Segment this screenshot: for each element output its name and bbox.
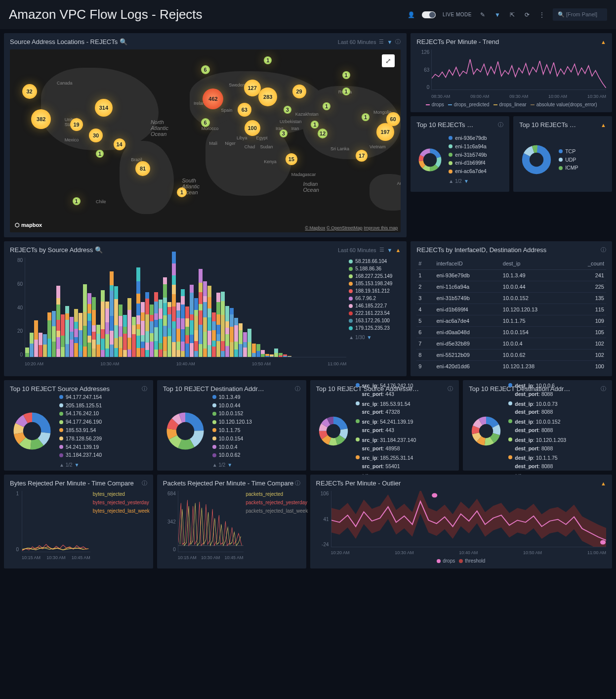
trend-panel: REJECTs Per Minute - Trend ▲ 126630 08:3… (411, 33, 612, 112)
map-bubble[interactable]: 32 (22, 84, 37, 99)
table-row[interactable]: 1eni-936e79db10.1.3.49241 (416, 270, 606, 281)
top-src-addr-panel: Top 10 REJECT Source Addressesⓘ 94.177.2… (4, 380, 153, 471)
map-bubble[interactable]: 1 (323, 102, 330, 110)
live-toggle[interactable] (422, 11, 436, 18)
table-row[interactable]: 8eni-55212b0910.0.0.62102 (416, 350, 606, 361)
outlier-panel: REJECTs Per Minute - Outlier▲ 10641-24 1… (310, 475, 613, 568)
user-icon[interactable]: 👤 (407, 11, 415, 19)
map-bubble[interactable]: 1 (342, 87, 350, 95)
filter-icon[interactable]: ▼ (387, 247, 393, 253)
map-bubble[interactable]: 1 (362, 113, 370, 121)
info-icon[interactable]: ⓘ (601, 246, 606, 254)
table-row[interactable]: 3eni-31b5749b10.0.0.152135 (416, 293, 606, 304)
info-icon[interactable]: ⓘ (498, 121, 503, 129)
by-iface-panel: REJECTs by InterfaceID, Destination Addr… (411, 241, 612, 376)
src-addr-donut[interactable] (10, 409, 54, 453)
map-bubble[interactable]: 127 (244, 80, 261, 96)
map-bubble[interactable]: 1 (342, 71, 350, 79)
list-icon[interactable]: ☰ (379, 247, 384, 253)
list-icon[interactable]: ☰ (379, 39, 384, 45)
pkts-cmp-panel: Packets Rejected Per Minute - Time Compa… (157, 475, 306, 568)
map-bubble[interactable]: 382 (31, 109, 51, 129)
eni-donut[interactable] (416, 146, 444, 174)
map-bubble[interactable]: 3 (284, 106, 291, 114)
warning-icon[interactable]: ▲ (395, 247, 401, 253)
map-attribution: © Mapbox © OpenStreetMap Improve this ma… (305, 225, 398, 230)
info-icon[interactable]: ⓘ (395, 38, 401, 45)
map-bubble[interactable]: 19 (70, 118, 83, 131)
map-bubble[interactable]: 1 (264, 56, 272, 64)
top-dst-port-panel: Top 10 REJECT Destination Addr…ⓘ dest_ip… (463, 380, 612, 471)
filter-icon[interactable]: ▼ (387, 39, 392, 45)
info-icon[interactable]: ⓘ (142, 480, 147, 487)
iface-table[interactable]: #interfaceIDdest_ip_count 1eni-936e79db1… (416, 258, 606, 371)
live-label: LIVE MODE (443, 12, 472, 17)
map-bubble[interactable]: 1 (177, 187, 187, 197)
refresh-icon[interactable]: ⟳ (523, 11, 531, 19)
search-input[interactable]: 🔍 [From Panel] (553, 8, 607, 21)
share-icon[interactable]: ⇱ (508, 11, 516, 19)
table-row[interactable]: 4eni-d1b699f410.120.120.13115 (416, 304, 606, 315)
bytes-cmp-panel: Bytes Rejected Per Minute - Time Compare… (4, 475, 153, 568)
info-icon[interactable]: ⓘ (295, 480, 300, 487)
map-bubble[interactable]: 63 (238, 103, 251, 117)
table-row[interactable]: 9eni-420d1dd610.120.1.238100 (416, 361, 606, 372)
filter-icon[interactable]: ▼ (493, 11, 501, 19)
map-bubble[interactable]: 14 (114, 138, 125, 150)
map-bubble[interactable]: 29 (292, 85, 306, 98)
map-panel: Source Address Locations - REJECTs 🔍 Las… (4, 33, 407, 237)
table-row[interactable]: 2eni-11c6a94a10.0.0.44225 (416, 281, 606, 293)
table-row[interactable]: 6eni-d0aa048d10.0.0.154105 (416, 327, 606, 338)
map-bubble[interactable]: 30 (89, 129, 103, 142)
warning-icon[interactable]: ▲ (601, 481, 606, 486)
map-bubble[interactable]: 1 (73, 197, 81, 205)
dst-addr-donut[interactable] (163, 409, 207, 453)
map-bubble[interactable]: 197 (376, 123, 394, 141)
top-proto-panel: Top 10 REJECTs …▲ TCPUDPICMP (513, 116, 612, 192)
map-bubble[interactable]: 6 (201, 118, 210, 127)
map-bubble[interactable]: 1 (96, 150, 104, 158)
table-row[interactable]: 7eni-d5e32b8910.0.0.4102 (416, 338, 606, 350)
more-icon[interactable]: ⋮ (538, 11, 546, 19)
mapbox-logo: ⬡ mapbox (15, 222, 42, 228)
map-bubble[interactable]: 1 (311, 121, 319, 129)
map-bubble[interactable]: 17 (356, 150, 368, 162)
svg-point-46 (600, 540, 605, 544)
top-dst-addr-panel: Top 10 REJECT Destination Addr…ⓘ 10.1.3.… (157, 380, 306, 471)
svg-point-45 (432, 493, 437, 498)
edit-icon[interactable]: ✎ (479, 11, 487, 19)
world-map[interactable]: NorthAtlanticOcean SouthAtlanticOcean In… (10, 49, 401, 232)
map-bubble[interactable]: 81 (135, 161, 150, 176)
by-src-panel: REJECTs by Source Address 🔍 Last 60 Minu… (4, 241, 407, 376)
map-bubble[interactable]: 15 (286, 153, 297, 165)
map-bubble[interactable]: 100 (245, 120, 260, 136)
map-bubble[interactable]: 6 (201, 65, 210, 74)
dashboard-header: Amazon VPC Flow Logs - Rejects 👤 LIVE MO… (0, 0, 616, 29)
warning-icon[interactable]: ▲ (601, 39, 606, 45)
src-port-donut[interactable] (316, 414, 351, 448)
info-icon[interactable]: ⓘ (295, 385, 300, 393)
proto-donut[interactable] (519, 142, 554, 177)
map-bubble[interactable]: 3 (280, 130, 287, 137)
info-icon[interactable]: ⓘ (142, 385, 147, 393)
expand-icon[interactable]: ⤢ (382, 54, 395, 67)
dst-port-donut[interactable] (469, 414, 503, 448)
top-eni-panel: Top 10 REJECTs …ⓘ eni-936e79dbeni-11c6a9… (411, 116, 509, 192)
page-title: Amazon VPC Flow Logs - Rejects (9, 7, 407, 22)
warning-icon[interactable]: ▲ (601, 122, 606, 128)
table-row[interactable]: 5eni-ac6a7de410.1.1.75109 (416, 315, 606, 327)
top-src-port-panel: Top 10 REJECT Source Addresse…ⓘ src_ip: … (310, 380, 459, 471)
